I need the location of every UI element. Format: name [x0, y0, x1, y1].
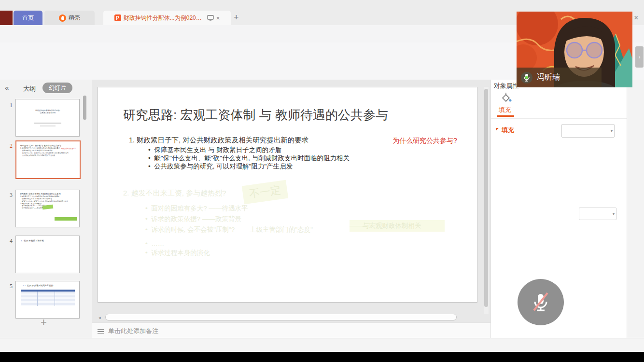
docer-icon: [59, 14, 66, 22]
thumb1-meta-line: [40, 125, 56, 126]
ghost-bullet-4: • ……: [145, 240, 164, 247]
tab-outline[interactable]: 大纲: [23, 84, 36, 93]
panel-scrollbar[interactable]: [83, 96, 86, 120]
notes-placeholder[interactable]: 单击此处添加备注: [108, 327, 158, 335]
divider: [491, 118, 627, 119]
ghost-point-2: 2. 越发不出来工资, 参与越热烈?: [123, 189, 226, 198]
slide-thumbnail-2-selected[interactable]: 研究思路: 宏观工资体制 与 教师待遇的公共参与 1. 财政紧日子下, 对公共财…: [15, 140, 81, 179]
mic-live-icon: [520, 71, 533, 84]
thumb5-table-line: [37, 292, 38, 306]
slide-number-2: 2: [5, 142, 13, 150]
vertical-scrollbar-thumb[interactable]: [484, 89, 488, 307]
screen-share-icon[interactable]: [207, 15, 214, 21]
thumb3-green-highlight: [55, 217, 77, 221]
slide-thumbnail-5[interactable]: 1.1 "挂钩"的内涵及时间变化趋势: [15, 281, 80, 319]
window-close-icon[interactable]: ×: [634, 14, 638, 22]
thumb2-line: 公共政策参与的研究, 可以对理解"阻力"产生启发: [20, 154, 81, 156]
ghost-bullet-2: • 诉求的政策依据? ——政策背景: [145, 215, 241, 223]
slide-thumbnail-1[interactable]: 财政挂钩性分配体制的历史分析: 以教师工资体制为例: [15, 99, 80, 137]
webcam-expand-handle[interactable]: ›: [635, 46, 644, 68]
tab-docer[interactable]: 稻壳: [44, 11, 95, 25]
status-bar: 幻灯片 2 / 72 Office 主题 备注 ▾ 批注 ▾ 58% ▾ − +…: [0, 338, 644, 352]
slide-thumbnail-3[interactable]: 研究思路: 宏观工资体制 与 教师待遇的公共参与 1. 财政紧日子下, 对公共财…: [15, 190, 80, 227]
slide-bullet-2[interactable]: • 能"保"什么支出、能"砍"什么支出, 与削减财政支出时面临的阻力相关: [148, 154, 350, 163]
slide-thumbnail-4[interactable]: 1. "挂钩"和教师工资体制: [15, 236, 80, 273]
panel-title: 对象属性: [494, 82, 519, 90]
notes-icon: [98, 327, 104, 335]
presentation-icon: P: [114, 14, 121, 21]
slide-panel: « 大纲 幻灯片 1 财政挂钩性分配体制的历史分析: 以教师工资体制为例 2 研…: [0, 80, 92, 338]
tab-home-label: 首页: [22, 14, 34, 22]
color-select[interactable]: ▾: [579, 208, 616, 220]
fill-style-select[interactable]: ▾: [561, 124, 615, 138]
webcam-name-tag: 冯昕瑞: [517, 68, 602, 87]
right-toolbar-strip: ☆ ? ○○○: [627, 80, 644, 338]
wps-presentation-window: 首页 稻壳 P 财政挂钩性分配体...为例0205v1 × + ☰ 文件 ▾ ▾…: [0, 0, 644, 362]
thumb5-table-line: [55, 292, 55, 306]
close-tab-icon[interactable]: ×: [216, 14, 220, 22]
notes-bar[interactable]: 单击此处添加备注: [92, 322, 490, 338]
thumb5-title: 1.1 "挂钩"的内涵及时间变化趋势: [23, 284, 80, 287]
tab-document[interactable]: P 财政挂钩性分配体...为例0205v1 ×: [103, 11, 231, 25]
app-background: 首页 稻壳 P 财政挂钩性分配体...为例0205v1 × + ☰ 文件 ▾ ▾…: [0, 0, 644, 352]
fill-bucket-icon: [500, 92, 512, 104]
collapse-panel-icon[interactable]: «: [5, 84, 9, 92]
tab-slides[interactable]: 幻灯片: [42, 83, 72, 93]
slide-number-1: 1: [5, 102, 13, 109]
tab-fill[interactable]: 填充: [499, 106, 511, 114]
ghost-bullet-3: • 诉求的时候, 会不会被"压制"? ——上级主管部门的"态度": [145, 225, 313, 234]
ghost-highlight: ——与宏观财政体制相关: [350, 220, 445, 232]
thumb5-table-body: [21, 292, 75, 306]
hscroll-left-arrow-icon[interactable]: ◂: [98, 315, 101, 320]
slide-bullet-3[interactable]: • 公共政策参与的研究, 可以对理解"阻力"产生启发: [148, 162, 293, 171]
ghost-tag-not-necessarily: 不一定: [242, 180, 288, 204]
add-slide-button[interactable]: +: [41, 316, 47, 329]
thumb4-title: 1. "挂钩"和教师工资体制: [21, 239, 80, 242]
slide-number-3: 3: [5, 192, 13, 199]
tab-home[interactable]: 首页: [14, 11, 42, 25]
tab-docer-label: 稻壳: [69, 14, 80, 22]
wps-logo[interactable]: [0, 11, 13, 25]
webcam-user-name: 冯昕瑞: [537, 72, 560, 83]
current-slide[interactable]: 研究思路: 宏观工资体制 与 教师待遇的公共参与 1. 财政紧日子下, 对公共财…: [98, 87, 477, 303]
document-title: 财政挂钩性分配体...为例0205v1: [124, 14, 205, 22]
slide-number-4: 4: [5, 237, 13, 245]
slide-canvas: 研究思路: 宏观工资体制 与 教师待遇的公共参与 1. 财政紧日子下, 对公共财…: [92, 80, 490, 322]
fill-section-label: 填充: [502, 126, 514, 135]
webcam-overlay[interactable]: 冯昕瑞: [517, 12, 632, 87]
thumb1-meta-line: [34, 123, 61, 124]
microphone-muted-button[interactable]: [518, 279, 564, 325]
ghost-bullet-5: • 诉求过程本身的演化: [145, 249, 210, 257]
horizontal-scrollbar-thumb[interactable]: [105, 314, 457, 320]
letterbox-bar: [0, 352, 644, 362]
section-collapse-icon[interactable]: [496, 128, 499, 131]
slide-point-1[interactable]: 1. 财政紧日子下, 对公共财政政策及相关研究提出新的要求: [129, 136, 308, 145]
slide-number-5: 5: [5, 283, 13, 290]
new-tab-button[interactable]: +: [234, 13, 239, 23]
slide-title[interactable]: 研究思路: 宏观工资体制 与 教师待遇的公共参与: [123, 107, 388, 124]
tab-fill-underline: [497, 115, 514, 117]
slide-bullet-1[interactable]: • 保障基本民生支出 与 财政紧日子之间的矛盾: [148, 146, 281, 154]
mic-muted-icon: [530, 291, 552, 313]
ghost-bullet-1: • 面对的困难有多大? ——待遇水平: [145, 204, 248, 213]
thumb2-red-note: 为什么研究公共参与?: [61, 148, 76, 150]
thumb1-title-line2: 以教师工资体制为例: [20, 111, 76, 114]
slide-red-note[interactable]: 为什么研究公共参与?: [392, 137, 457, 145]
